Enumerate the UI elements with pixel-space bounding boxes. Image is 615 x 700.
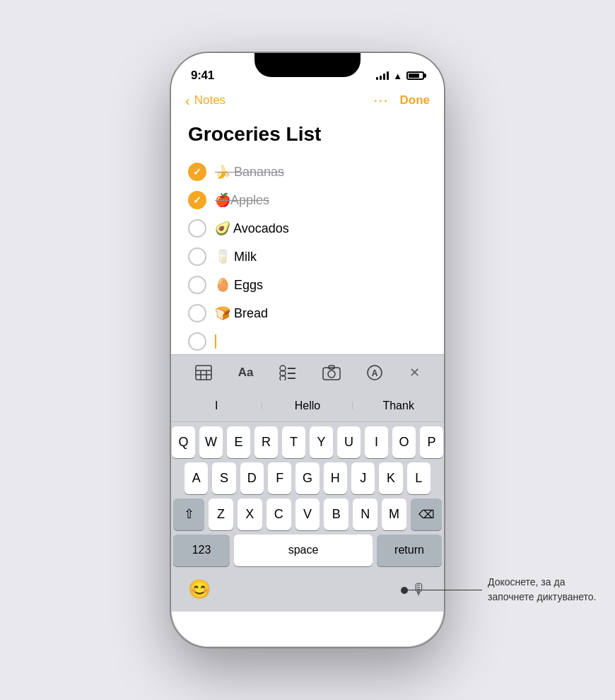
- key-u[interactable]: U: [337, 426, 361, 458]
- back-label: Notes: [194, 93, 226, 107]
- key-m[interactable]: M: [382, 498, 406, 530]
- list-item[interactable]: 🍌 Bananas: [188, 159, 427, 185]
- key-i[interactable]: I: [365, 426, 388, 458]
- checkbox-checked[interactable]: [188, 191, 206, 209]
- battery-icon: [406, 71, 424, 80]
- predictive-bar: I Hello Thank: [171, 391, 444, 422]
- checkbox-unchecked[interactable]: [188, 332, 206, 351]
- list-item[interactable]: 🥑 Avocados: [188, 216, 427, 241]
- key-w[interactable]: W: [199, 426, 223, 458]
- chevron-left-icon: ‹: [185, 93, 190, 109]
- list-item[interactable]: 🍞 Bread: [188, 301, 427, 326]
- nav-bar: ‹ Notes ··· Done: [171, 88, 444, 115]
- svg-rect-0: [196, 366, 211, 380]
- annotation-text: Докоснете, за да започнете диктуването.: [488, 575, 608, 605]
- key-d[interactable]: D: [240, 462, 264, 494]
- item-text: 🥑 Avocados: [215, 221, 289, 236]
- key-x[interactable]: X: [238, 498, 262, 530]
- list-item[interactable]: 🥚 Eggs: [188, 272, 427, 298]
- keyboard-row-4: 123 space return: [173, 535, 442, 566]
- keyboard-row-2: A S D F G H J K L: [173, 462, 442, 494]
- key-h[interactable]: H: [324, 462, 347, 494]
- table-button[interactable]: [195, 365, 212, 380]
- item-text: 🍎Apples: [215, 192, 269, 208]
- item-text: 🥚 Eggs: [215, 277, 263, 293]
- status-time: 9:41: [191, 69, 214, 83]
- checkbox-unchecked[interactable]: [188, 219, 206, 238]
- signal-icon: [376, 71, 389, 80]
- list-item[interactable]: [188, 329, 427, 354]
- key-o[interactable]: O: [392, 426, 416, 458]
- predictive-item-3[interactable]: Thank: [353, 399, 444, 412]
- keyboard: Q W E R T Y U I O P A S D F G H J K: [171, 422, 444, 572]
- keyboard-row-1: Q W E R T Y U I O P: [173, 426, 442, 458]
- key-z[interactable]: Z: [209, 498, 233, 530]
- svg-text:A: A: [372, 368, 378, 378]
- camera-button[interactable]: [322, 365, 341, 380]
- key-j[interactable]: J: [351, 462, 375, 494]
- svg-point-12: [328, 371, 335, 378]
- markup-button[interactable]: A: [366, 364, 383, 381]
- space-key[interactable]: space: [234, 535, 373, 566]
- key-y[interactable]: Y: [310, 426, 333, 458]
- notch: [254, 53, 361, 77]
- key-s[interactable]: S: [212, 462, 235, 494]
- backspace-key[interactable]: ⌫: [411, 498, 442, 530]
- keyboard-row-3: ⇧ Z X C V B N M ⌫: [173, 498, 442, 530]
- key-t[interactable]: T: [282, 426, 305, 458]
- annotation: Докоснете, за да започнете диктуването.: [404, 575, 608, 605]
- formatting-toolbar: Aa: [171, 354, 444, 391]
- checklist-button[interactable]: [279, 365, 296, 380]
- wifi-icon: ▲: [393, 71, 402, 81]
- done-button[interactable]: Done: [400, 93, 430, 107]
- predictive-item-1[interactable]: I: [171, 399, 262, 412]
- predictive-item-2[interactable]: Hello: [262, 399, 353, 412]
- list-item[interactable]: 🍎Apples: [188, 187, 427, 213]
- key-n[interactable]: N: [353, 498, 377, 530]
- key-v[interactable]: V: [295, 498, 320, 530]
- status-icons: ▲: [376, 71, 424, 81]
- checklist: 🍌 Bananas 🍎Apples 🥑 Avocados 🥛 Milk: [188, 159, 427, 354]
- format-icon: Aa: [238, 366, 254, 380]
- numbers-key[interactable]: 123: [173, 535, 230, 566]
- checkbox-unchecked[interactable]: [188, 276, 206, 294]
- format-button[interactable]: Aa: [238, 366, 254, 380]
- return-key[interactable]: return: [377, 535, 442, 566]
- key-k[interactable]: K: [379, 462, 402, 494]
- checkbox-checked[interactable]: [188, 163, 206, 181]
- key-r[interactable]: R: [254, 426, 278, 458]
- key-b[interactable]: B: [324, 498, 348, 530]
- item-text: 🍞 Bread: [215, 305, 268, 321]
- text-cursor: [215, 334, 216, 349]
- key-f[interactable]: F: [268, 462, 291, 494]
- more-button[interactable]: ···: [373, 91, 388, 110]
- key-q[interactable]: Q: [172, 426, 195, 458]
- key-l[interactable]: L: [407, 462, 430, 494]
- shift-key[interactable]: ⇧: [173, 498, 204, 530]
- item-text: 🍌 Bananas: [215, 164, 284, 180]
- close-toolbar-button[interactable]: ✕: [409, 365, 420, 380]
- note-title[interactable]: Groceries List: [188, 122, 427, 146]
- checkbox-unchecked[interactable]: [188, 304, 206, 322]
- nav-right: ··· Done: [373, 91, 430, 110]
- key-g[interactable]: G: [295, 462, 319, 494]
- key-p[interactable]: P: [420, 426, 443, 458]
- note-body: Groceries List 🍌 Bananas 🍎Apples 🥑 Avoca…: [171, 115, 444, 354]
- key-c[interactable]: C: [266, 498, 291, 530]
- emoji-button[interactable]: 😊: [188, 578, 211, 600]
- item-text: 🥛 Milk: [215, 249, 257, 264]
- key-e[interactable]: E: [227, 426, 250, 458]
- list-item[interactable]: 🥛 Milk: [188, 244, 427, 269]
- back-button[interactable]: ‹ Notes: [185, 93, 226, 109]
- checkbox-unchecked[interactable]: [188, 247, 206, 266]
- key-a[interactable]: A: [184, 462, 208, 494]
